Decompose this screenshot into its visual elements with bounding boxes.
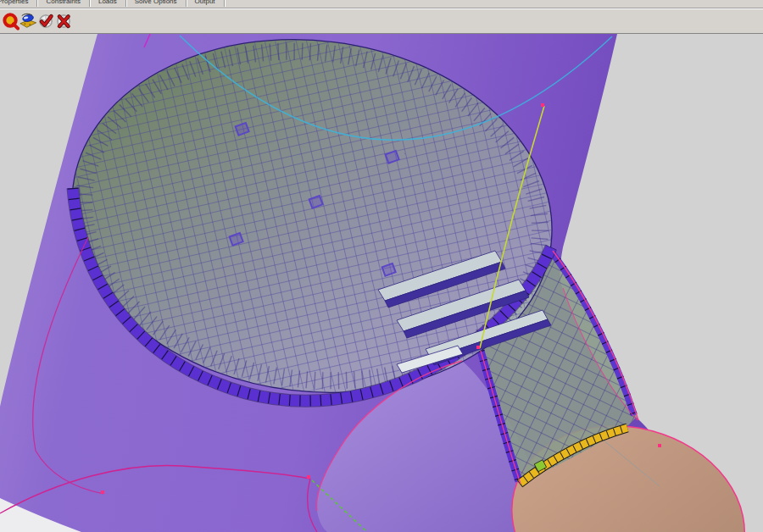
mouse-icon[interactable] <box>19 11 37 32</box>
toolbar: Properties Constraints Loads Solve Optio… <box>0 0 763 34</box>
tab-constraints[interactable]: Constraints <box>37 0 89 7</box>
tab-properties[interactable]: Properties <box>0 0 37 7</box>
mouse-glyph <box>19 11 37 31</box>
cancel-x-icon[interactable] <box>55 11 73 32</box>
model-viewport[interactable] <box>0 34 763 532</box>
magnifier-q-icon[interactable] <box>2 11 19 32</box>
model-3d-view <box>0 34 763 532</box>
tab-output[interactable]: Output <box>187 0 225 7</box>
menu-tab-strip: Properties Constraints Loads Solve Optio… <box>0 0 763 8</box>
cancel-x-glyph <box>55 11 73 31</box>
tab-solve-options[interactable]: Solve Options <box>126 0 187 7</box>
accept-check-glyph <box>37 11 55 31</box>
toolbar-buttons <box>0 8 763 33</box>
magnifier-q-glyph <box>2 11 19 31</box>
tab-loads[interactable]: Loads <box>90 0 126 7</box>
accept-check-icon[interactable] <box>37 11 55 32</box>
